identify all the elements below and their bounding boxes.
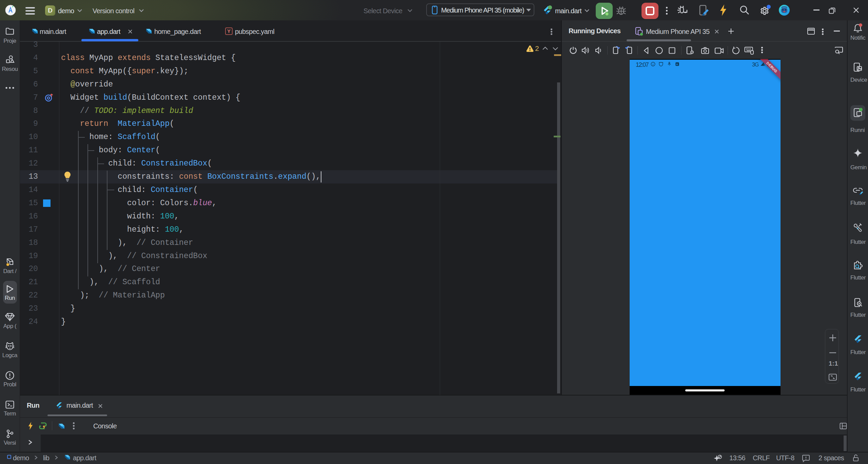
- svg-text:A: A: [676, 63, 678, 66]
- svg-text:1:1: 1:1: [829, 360, 838, 367]
